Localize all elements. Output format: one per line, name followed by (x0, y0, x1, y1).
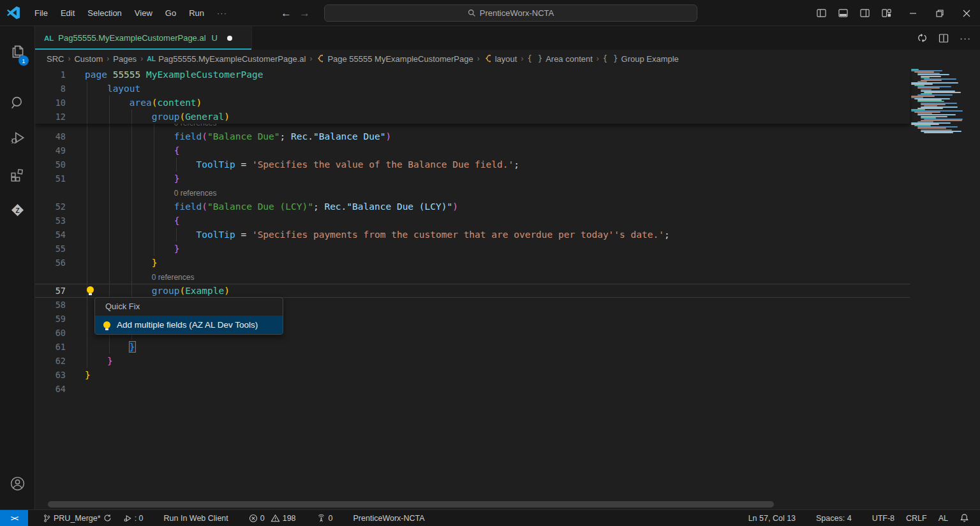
chevron-right-icon: › (477, 54, 480, 63)
code-token: = (235, 159, 252, 170)
code-line[interactable]: 48field("Balance Due"; Rec."Balance Due"… (35, 129, 980, 143)
search-sidebar-icon[interactable] (0, 87, 35, 118)
az-al-dev-tools-icon[interactable]: Z (0, 194, 35, 225)
line-number: 48 (35, 129, 66, 143)
command-center-search[interactable]: PrenticeWorx-NCTA (324, 4, 697, 22)
minimap[interactable] (910, 68, 971, 135)
code-line[interactable]: 63} (35, 368, 980, 382)
run-in-web-client-button[interactable]: Run In Web Client (158, 510, 234, 526)
menu-edit[interactable]: Edit (54, 5, 81, 21)
symbol-object-icon (316, 54, 325, 63)
code-lines: 0 references48field("Balance Due"; Rec."… (35, 115, 980, 396)
menu-selection[interactable]: Selection (81, 5, 128, 21)
indent-guide (109, 284, 110, 298)
breadcrumb-src[interactable]: SRC (47, 54, 64, 64)
menu-view[interactable]: View (128, 5, 159, 21)
forward-arrow-icon[interactable]: → (299, 7, 310, 20)
code-token: ( (202, 201, 207, 212)
customize-layout-icon[interactable] (875, 0, 897, 26)
code-line[interactable]: 10area(content) (35, 96, 910, 110)
code-line[interactable]: 12group(General) (35, 110, 910, 124)
code-line[interactable]: 54ToolTip = 'Specifies payments from the… (35, 228, 980, 242)
search-icon (468, 9, 476, 17)
ports-item[interactable]: 0 (311, 510, 339, 526)
remote-indicator[interactable]: >< (0, 510, 28, 526)
workspace-name-item[interactable]: PrenticeWorx-NCTA (348, 510, 431, 526)
code-line[interactable]: 55} (35, 242, 980, 256)
toggle-secondary-sidebar-icon[interactable] (854, 0, 875, 26)
code-line[interactable]: 52field("Balance Due (LCY)"; Rec."Balanc… (35, 200, 980, 214)
indent-guide (131, 143, 132, 157)
indent-guide (109, 340, 110, 354)
code-line[interactable]: 49{ (35, 143, 980, 157)
menu-more[interactable]: ··· (211, 5, 234, 21)
indent-guide (87, 200, 87, 214)
code-token (140, 69, 146, 80)
tab-active-file[interactable]: AL Pag55555.MyExampleCustomerPage.al U (35, 26, 252, 50)
menu-run[interactable]: Run (182, 5, 211, 21)
line-number: 12 (35, 110, 66, 124)
line-number: 59 (35, 312, 66, 326)
code-token: ( (179, 112, 185, 122)
code-line[interactable]: 50ToolTip = 'Specifies the value of the … (35, 157, 980, 172)
codelens-references[interactable]: 0 references (174, 189, 217, 198)
close-button[interactable] (953, 0, 980, 26)
code-token: ) (197, 98, 202, 108)
indent-guide (131, 256, 132, 270)
breadcrumb-layout-symbol[interactable]: layout (484, 54, 517, 64)
breadcrumb-custom[interactable]: Custom (74, 54, 103, 64)
problems-item[interactable]: 0 198 (243, 510, 302, 526)
cursor-position-item[interactable]: Ln 57, Col 13 (743, 514, 801, 523)
explorer-icon[interactable]: 1 (0, 36, 35, 67)
toggle-sidebar-icon[interactable] (810, 0, 832, 26)
more-actions-icon[interactable]: ··· (956, 29, 975, 48)
eol-item[interactable]: CRLF (900, 514, 933, 523)
codelens-row[interactable]: 0 references (35, 186, 980, 200)
quick-fix-item-add-multiple-fields[interactable]: Add multiple fields (AZ AL Dev Tools) (95, 316, 283, 334)
codelens-references[interactable]: 0 references (152, 273, 195, 282)
code-line[interactable]: 56} (35, 256, 980, 270)
notifications-bell-icon[interactable] (954, 513, 975, 523)
breadcrumb-page-symbol[interactable]: Page 55555 MyExampleCustomerPage (316, 54, 473, 64)
horizontal-scrollbar[interactable] (48, 501, 774, 508)
open-changes-icon[interactable] (912, 29, 932, 48)
code-line[interactable]: 64 (35, 382, 980, 396)
code-line[interactable]: 8layout (35, 82, 910, 96)
git-branch-item[interactable]: PRU_Merge* (37, 510, 117, 526)
encoding-item[interactable]: UTF-8 (866, 514, 900, 523)
code-line[interactable]: 53{ (35, 214, 980, 228)
codelens-row[interactable]: 0 references (35, 270, 980, 284)
code-editor[interactable]: 0 references48field("Balance Due"; Rec."… (35, 68, 980, 509)
indent-guide (131, 129, 132, 143)
minimize-button[interactable] (900, 0, 926, 26)
radio-tower-icon (316, 514, 326, 523)
language-mode-item[interactable]: AL (933, 514, 954, 523)
breadcrumb-group-example[interactable]: { }Group Example (603, 54, 679, 64)
code-line[interactable]: 61} (35, 340, 980, 354)
split-editor-icon[interactable] (934, 29, 953, 48)
indent-guide (131, 200, 132, 214)
breadcrumb-pages[interactable]: Pages (113, 54, 137, 64)
menu-go[interactable]: Go (159, 5, 182, 21)
code-line[interactable]: 57group(Example) (35, 284, 980, 298)
extensions-icon[interactable] (0, 159, 35, 189)
code-line[interactable]: 62} (35, 354, 980, 368)
breadcrumb-file[interactable]: ALPag55555.MyExampleCustomerPage.al (147, 54, 306, 64)
menu-file[interactable]: File (28, 5, 54, 21)
back-arrow-icon[interactable]: ← (281, 7, 292, 20)
symbol-namespace-icon: { } (527, 54, 543, 63)
restore-button[interactable] (926, 0, 953, 26)
debug-status-item[interactable]: : 0 (117, 510, 149, 526)
code-token: "Balance Due (LCY)" (207, 201, 313, 212)
accounts-icon[interactable] (0, 468, 35, 499)
toggle-panel-icon[interactable] (832, 0, 854, 26)
line-number: 1 (35, 68, 66, 82)
lightbulb-icon[interactable] (87, 286, 94, 293)
indentation-item[interactable]: Spaces: 4 (810, 514, 858, 523)
breadcrumb-area-content[interactable]: { }Area content (527, 54, 592, 64)
code-line[interactable]: 1page 55555 MyExampleCustomerPage (35, 68, 910, 82)
modified-dot[interactable] (227, 36, 232, 41)
code-line[interactable]: 51} (35, 172, 980, 186)
line-number: 55 (35, 242, 66, 256)
run-and-debug-icon[interactable] (0, 122, 35, 153)
